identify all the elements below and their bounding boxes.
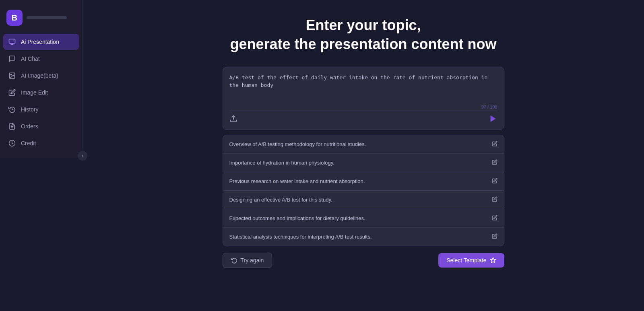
char-count: 97 / 100 <box>481 105 497 109</box>
select-template-button[interactable]: Select Template <box>438 253 504 268</box>
sidebar-item-label: AI Image(beta) <box>21 72 58 79</box>
image-icon <box>8 72 16 80</box>
outline-item-text: Previous research on water intake and nu… <box>229 178 365 184</box>
outline-item-2: Importance of hydration in human physiol… <box>223 154 504 172</box>
sidebar-item-label: AI Chat <box>21 56 40 62</box>
edit-icon-3[interactable] <box>492 178 497 185</box>
svg-point-2 <box>10 74 11 75</box>
topic-input-container: A/B test of the effect of daily water in… <box>223 67 504 130</box>
svg-marker-8 <box>490 257 495 263</box>
chat-icon <box>8 55 16 63</box>
outline-item-text: Designing an effective A/B test for this… <box>229 197 332 203</box>
topic-textarea[interactable]: A/B test of the effect of daily water in… <box>229 74 497 106</box>
logo-text <box>27 16 67 19</box>
logo-icon: B <box>6 10 23 26</box>
refresh-icon <box>231 257 237 264</box>
sidebar-item-ai-image[interactable]: AI Image(beta) <box>3 68 79 84</box>
sidebar: B Ai Presentation <box>0 0 83 311</box>
main-content: Enter your topic, generate the presentat… <box>83 0 644 311</box>
orders-icon <box>8 122 16 130</box>
sidebar-item-label: Credit <box>21 140 36 146</box>
sidebar-item-credit[interactable]: Credit <box>3 135 79 151</box>
sidebar-nav: Ai Presentation AI Chat <box>0 34 82 151</box>
sidebar-item-label: Image Edit <box>21 89 48 96</box>
outline-item-5: Expected outcomes and implications for d… <box>223 209 504 228</box>
outline-item-text: Statistical analysis techniques for inte… <box>229 234 372 240</box>
sidebar-item-label: Orders <box>21 123 38 130</box>
history-icon <box>8 105 16 113</box>
outline-item-3: Previous research on water intake and nu… <box>223 172 504 191</box>
edit-icon-4[interactable] <box>492 196 497 203</box>
edit-icon-5[interactable] <box>492 215 497 222</box>
outline-list: Overview of A/B testing methodology for … <box>223 135 504 246</box>
outline-item-4: Designing an effective A/B test for this… <box>223 191 504 209</box>
sidebar-item-orders[interactable]: Orders <box>3 118 79 134</box>
sparkle-icon <box>490 257 496 264</box>
sidebar-item-label: Ai Presentation <box>21 39 59 45</box>
upload-button[interactable] <box>229 115 237 123</box>
heading-line1: Enter your topic, <box>305 17 421 33</box>
try-again-label: Try again <box>241 257 264 264</box>
outline-item-text: Importance of hydration in human physiol… <box>229 160 334 166</box>
page-heading: Enter your topic, generate the presentat… <box>230 16 496 54</box>
svg-marker-7 <box>490 115 495 122</box>
edit-icon-6[interactable] <box>492 233 497 240</box>
content-area: A/B test of the effect of daily water in… <box>223 67 504 268</box>
outline-item-1: Overview of A/B testing methodology for … <box>223 135 504 154</box>
sidebar-item-ai-presentation[interactable]: Ai Presentation <box>3 34 79 50</box>
upload-icon <box>229 115 237 123</box>
sidebar-item-ai-chat[interactable]: AI Chat <box>3 51 79 67</box>
outline-item-text: Expected outcomes and implications for d… <box>229 215 365 221</box>
presentation-icon <box>8 38 16 46</box>
sidebar-item-label: History <box>21 106 39 113</box>
send-icon <box>489 114 497 123</box>
input-actions <box>229 111 497 123</box>
heading-line2: generate the presentation content now <box>230 36 496 52</box>
outline-item-text: Overview of A/B testing methodology for … <box>229 141 366 147</box>
edit-icon-2[interactable] <box>492 159 497 166</box>
send-button[interactable] <box>489 114 497 123</box>
credit-icon <box>8 139 16 147</box>
sidebar-item-image-edit[interactable]: Image Edit <box>3 84 79 101</box>
outline-item-6: Statistical analysis techniques for inte… <box>223 228 504 246</box>
logo-area: B <box>0 6 82 34</box>
bottom-actions: Try again Select Template <box>223 253 504 268</box>
edit-icon-1[interactable] <box>492 141 497 148</box>
sidebar-item-history[interactable]: History <box>3 101 79 117</box>
svg-rect-0 <box>9 39 15 43</box>
sidebar-collapse-button[interactable]: ‹ <box>78 151 87 161</box>
try-again-button[interactable]: Try again <box>223 253 272 268</box>
select-template-label: Select Template <box>446 257 486 264</box>
image-edit-icon <box>8 89 16 97</box>
